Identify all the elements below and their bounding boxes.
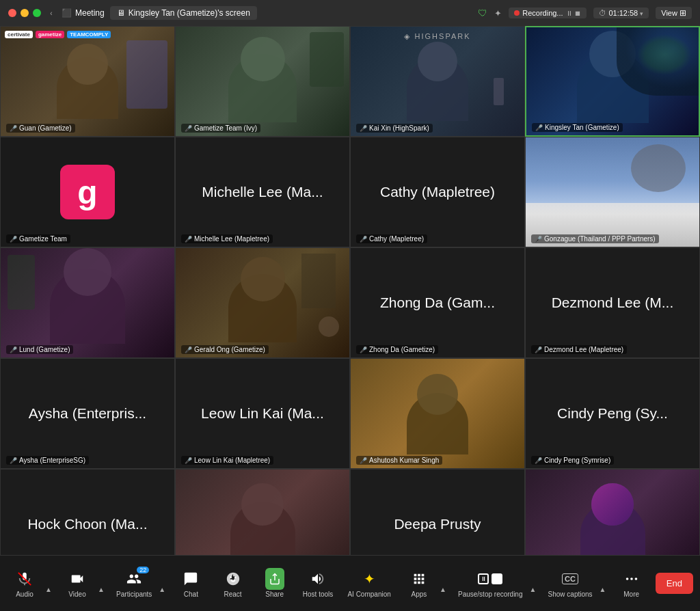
tile-ashutosh: 🎤 Ashutosh Kumar Singh xyxy=(350,358,525,469)
mic-off-icon2: 🎤 xyxy=(10,236,17,243)
audio-button[interactable]: Audio xyxy=(7,566,42,601)
mic-off-icon3: 🎤 xyxy=(185,236,192,243)
apps-label: Apps xyxy=(412,590,427,598)
tile-michelle: Michelle Lee (Ma... 🎤 Michelle Lee (Mapl… xyxy=(175,137,350,247)
tile-name-guan: 🎤 Guan (Gametize) xyxy=(6,124,75,133)
react-icon xyxy=(224,569,243,588)
close-button[interactable] xyxy=(8,9,16,17)
captions-caret[interactable]: ▲ xyxy=(598,584,608,595)
host-tools-icon xyxy=(308,569,327,588)
mic-off-icon8: 🎤 xyxy=(185,457,192,464)
audio-icon xyxy=(15,569,34,588)
fullscreen-button[interactable] xyxy=(33,9,41,17)
more-label: More xyxy=(623,590,639,598)
ai-companion-button[interactable]: ✦ AI Companion xyxy=(343,566,394,601)
tile-name-ashutosh: 🎤 Ashutosh Kumar Singh xyxy=(356,456,442,465)
participants-button[interactable]: 22 Participants xyxy=(112,566,156,601)
titlebar-right: 🛡 ✦ Recording... ⏸ ⏹ ⏱ 01:12:58 ▾ View ⊞ xyxy=(478,7,692,19)
video-label: Video xyxy=(68,590,85,598)
audio-caret[interactable]: ▲ xyxy=(44,584,53,595)
mic-on-icon2: 🎤 xyxy=(360,125,367,132)
tile-name-cathy: 🎤 Cathy (Mapletree) xyxy=(356,234,427,243)
chat-button[interactable]: Chat xyxy=(173,566,208,601)
svg-point-2 xyxy=(234,576,236,578)
tile-name-lund: 🎤 Lund (Gametize) xyxy=(6,345,73,354)
svg-point-1 xyxy=(230,576,232,578)
end-button[interactable]: End xyxy=(656,573,693,594)
tile-cathy: Cathy (Mapletree) 🎤 Cathy (Mapletree) xyxy=(350,137,525,247)
tile-name-kaixin: 🎤 Kai Xin (HighSpark) xyxy=(356,124,433,133)
tile-name-gerald: 🎤 Gerald Ong (Gametize) xyxy=(181,345,269,354)
tile-name-michelle: 🎤 Michelle Lee (Mapletree) xyxy=(181,234,273,243)
mic-on-icon5: 🎤 xyxy=(10,347,17,353)
svg-point-4 xyxy=(630,578,633,580)
tile-cindy: Cindy Peng (Sy... 🎤 Cindy Peng (Symrise) xyxy=(525,358,700,469)
timer: ⏱ 01:12:58 ▾ xyxy=(593,8,649,18)
cc-box: CC xyxy=(562,573,578,584)
tile-ivy: 🎤 Gametize Team (Ivy) xyxy=(175,26,350,137)
captions-icon: CC xyxy=(561,569,580,588)
tile-name-ivy: 🎤 Gametize Team (Ivy) xyxy=(181,124,260,133)
captions-button[interactable]: CC Show captions xyxy=(544,566,597,601)
participants-caret[interactable]: ▲ xyxy=(157,584,167,595)
more-button[interactable]: More xyxy=(614,566,649,601)
share-button[interactable]: Share xyxy=(257,566,293,601)
participants-group: 22 Participants ▲ xyxy=(112,566,167,601)
gametize-logo: g xyxy=(60,165,115,219)
pause-stop-icon: ⏸ xyxy=(481,569,500,588)
traffic-lights xyxy=(8,9,41,17)
svg-point-5 xyxy=(634,578,637,580)
share-label: Share xyxy=(265,590,284,598)
meeting-title: ⬛ Meeting xyxy=(62,8,105,18)
titlebar: ‹ ⬛ Meeting 🖥 Kingsley Tan (Gametize)'s … xyxy=(0,0,700,26)
shield-icon: 🛡 xyxy=(478,8,487,18)
mic-on-icon6: 🎤 xyxy=(185,347,192,353)
mic-off-icon10: 🎤 xyxy=(535,457,542,464)
react-label: React xyxy=(224,590,241,598)
tile-lund: 🎤 Lund (Gametize) xyxy=(0,247,175,358)
participants-label: Participants xyxy=(116,590,152,598)
share-icon xyxy=(265,569,284,588)
clock-icon: ⏱ xyxy=(599,9,606,17)
video-button[interactable]: Video xyxy=(59,566,95,601)
apps-caret[interactable]: ▲ xyxy=(438,584,448,595)
react-button[interactable]: React xyxy=(215,566,251,601)
captions-group: CC Show captions ▲ xyxy=(544,566,608,601)
video-grid: certivate gametize TEAMCOMPLY 🎤 Guan (Ga… xyxy=(0,26,700,581)
more-icon xyxy=(622,569,641,588)
tile-name-kingsley: 🎤 Kingsley Tan (Gametize) xyxy=(532,123,623,132)
participants-count: 22 xyxy=(137,567,149,573)
tile-name-gonzague: 🎤 Gonzague (Thailand / PPP Partners) xyxy=(531,234,659,243)
tile-gonzague: 🎤 Gonzague (Thailand / PPP Partners) xyxy=(525,137,700,247)
tile-name-dezmond: 🎤 Dezmond Lee (Mapletree) xyxy=(531,345,627,354)
pause-stop-group: ⏸ Pause/stop recording ▲ xyxy=(454,566,537,601)
titlebar-left: ‹ ⬛ Meeting 🖥 Kingsley Tan (Gametize)'s … xyxy=(8,6,257,20)
mic-off-icon5: 🎤 xyxy=(360,347,367,353)
apps-button[interactable]: Apps xyxy=(401,566,437,601)
host-tools-label: Host tools xyxy=(303,590,333,598)
tile-kaixin: ◈ HIGHSPARK 🎤 Kai Xin (HighSpark) xyxy=(350,26,525,137)
pause-stop-caret[interactable]: ▲ xyxy=(528,584,538,595)
chevron-icon[interactable]: ‹ xyxy=(46,8,56,18)
tile-name-gametize-team: 🎤 Gametize Team xyxy=(6,234,70,243)
apps-icon xyxy=(409,569,429,588)
apps-group: Apps ▲ xyxy=(401,566,448,601)
video-caret[interactable]: ▲ xyxy=(96,584,106,595)
recording-badge[interactable]: Recording... ⏸ ⏹ xyxy=(509,8,587,18)
tile-zhongda: Zhong Da (Gam... 🎤 Zhong Da (Gametize) xyxy=(350,247,525,358)
view-button[interactable]: View ⊞ xyxy=(656,7,692,19)
minimize-button[interactable] xyxy=(21,9,29,17)
mic-on-icon: 🎤 xyxy=(185,125,192,132)
pause-stop-button[interactable]: ⏸ Pause/stop recording xyxy=(454,566,527,601)
video-group: Video ▲ xyxy=(59,566,106,601)
chat-icon xyxy=(181,569,200,588)
mic-off-icon4: 🎤 xyxy=(360,236,367,243)
sparkle-icon: ✦ xyxy=(494,8,502,18)
mic-off-icon7: 🎤 xyxy=(10,457,17,464)
participants-icon: 22 xyxy=(124,569,144,588)
tile-name-cindy: 🎤 Cindy Peng (Symrise) xyxy=(531,456,614,465)
ai-companion-label: AI Companion xyxy=(347,590,390,598)
tile-name-aysha: 🎤 Aysha (EnterpriseSG) xyxy=(6,456,89,465)
host-tools-button[interactable]: Host tools xyxy=(299,566,337,601)
mic-off-icon9: 🎤 xyxy=(360,457,367,464)
